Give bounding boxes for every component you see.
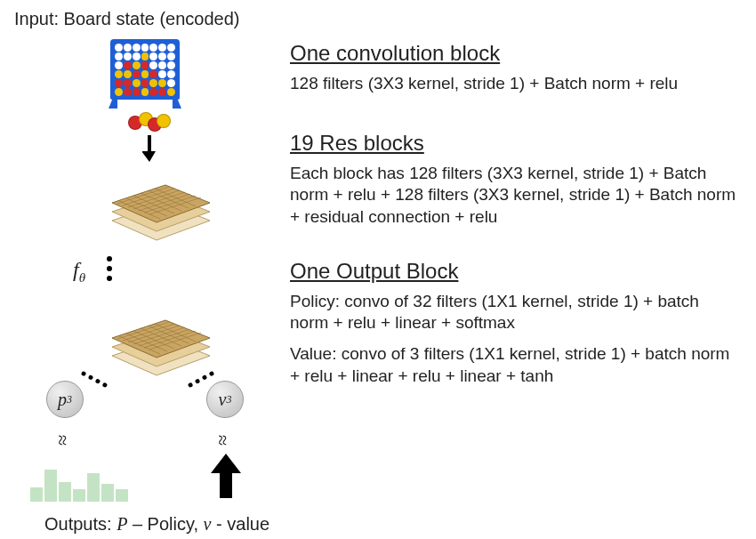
histogram-icon: [30, 463, 128, 502]
conv-block-title: One convolution block: [290, 41, 742, 66]
p-symbol: p: [58, 390, 67, 410]
diagram-column: Input: Board state (encoded): [14, 9, 281, 530]
wave-icon: ≈: [51, 435, 74, 446]
output-block-section: One Output Block Policy: convo of 32 fil…: [290, 259, 742, 388]
text-column: One convolution block 128 filters (3X3 k…: [281, 9, 742, 530]
output-policy-desc: Policy: convo of 32 filters (1X1 kernel,…: [290, 291, 742, 334]
output-P: P: [117, 514, 127, 534]
output-label: Outputs: P – Policy, v - value: [44, 514, 269, 535]
f-symbol: f: [73, 258, 79, 281]
output-value-desc: Value: convo of 3 filters (1X1 kernel, s…: [290, 343, 742, 387]
value-node: v3: [206, 381, 244, 418]
res-block-section: 19 Res blocks Each block has 128 filters…: [290, 131, 742, 229]
chip-pile-icon: [121, 110, 174, 132]
output-sep2: - value: [211, 514, 269, 534]
p-subscript: 3: [67, 393, 72, 406]
v-subscript: 3: [226, 393, 231, 406]
wave-icon: ≈: [211, 435, 234, 446]
output-sep1: – Policy,: [127, 514, 203, 534]
arrow-up-icon: [211, 454, 241, 502]
conv-block-desc: 128 filters (3X3 kernel, stride 1) + Bat…: [290, 73, 742, 95]
layer-stack-icon: [94, 167, 219, 256]
connect-four-board-icon: [110, 39, 180, 100]
function-label: fθ: [73, 258, 85, 286]
vertical-dots-icon: [107, 252, 112, 286]
policy-node: p3: [46, 381, 84, 418]
output-block-title: One Output Block: [290, 259, 742, 284]
input-label: Input: Board state (encoded): [14, 9, 281, 29]
res-block-title: 19 Res blocks: [290, 131, 742, 156]
theta-symbol: θ: [79, 270, 85, 285]
conv-block-section: One convolution block 128 filters (3X3 k…: [290, 41, 742, 95]
res-block-desc: Each block has 128 filters (3X3 kernel, …: [290, 163, 742, 229]
output-prefix: Outputs:: [44, 514, 117, 534]
arrow-down-icon: [142, 135, 157, 165]
